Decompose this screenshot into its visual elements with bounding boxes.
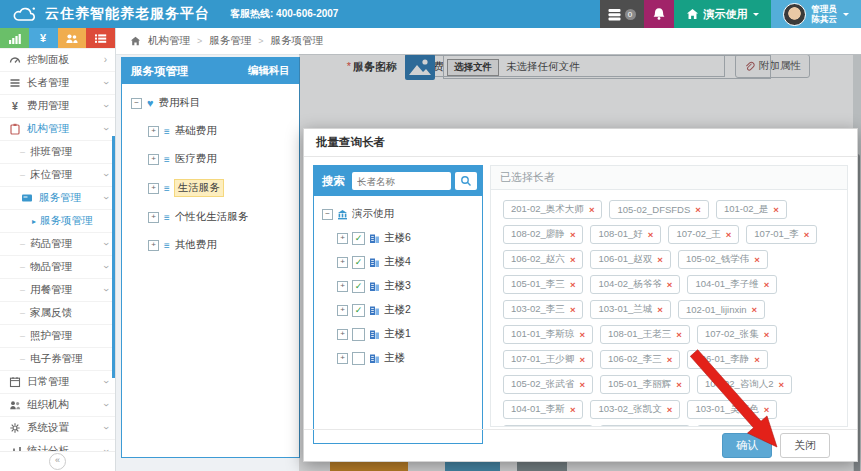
tree-node-label: 主楼4 [384,255,411,269]
user-menu[interactable]: 管理员 陈其云 [771,0,861,28]
building-tree-node[interactable]: 主楼3 [337,279,474,293]
checkbox[interactable] [352,304,365,317]
tree-node[interactable]: 生活服务 [148,180,290,196]
remove-tag-icon[interactable] [779,379,785,390]
remove-tag-icon[interactable] [667,354,673,365]
remove-tag-icon[interactable] [570,254,576,265]
remove-tag-icon[interactable] [764,279,770,290]
breadcrumb-item[interactable]: 服务管理 [209,34,251,48]
building-tree-node[interactable]: 主楼 [337,351,474,365]
task-list-button[interactable]: 0 [600,0,644,28]
breadcrumb-separator: > [197,36,202,46]
remove-tag-icon[interactable] [570,304,576,315]
remove-tag-icon[interactable] [764,404,770,415]
building-tree-node[interactable]: 主楼6 [337,231,474,245]
signal-chart-icon[interactable] [0,28,29,48]
expand-node-icon[interactable] [337,281,348,292]
remove-tag-icon[interactable] [579,354,585,365]
building-tree-node[interactable]: 主楼2 [337,303,474,317]
tree-node[interactable]: 医疗费用 [148,152,290,166]
expand-node-icon[interactable] [148,126,159,137]
list-icon[interactable] [86,28,115,48]
sidebar-item-system-settings[interactable]: 系统设置 [0,416,115,439]
sidebar-item-dashboard[interactable]: 控制面板 [0,48,115,71]
remove-tag-icon[interactable] [754,354,760,365]
sidebar-item-daily-mgmt[interactable]: 日常管理 [0,370,115,393]
sidebar-item-care-mgmt[interactable]: 照护管理 [0,324,115,347]
search-button[interactable] [455,172,477,190]
expand-node-icon[interactable] [337,329,348,340]
remove-tag-icon[interactable] [726,229,732,240]
building-tree-node[interactable]: 主楼1 [337,327,474,341]
checkbox[interactable] [352,232,365,245]
sidebar-item-evoucher-mgmt[interactable]: 电子券管理 [0,347,115,370]
sidebar-item-label: 组织机构 [27,398,69,412]
expand-node-icon[interactable] [337,257,348,268]
remove-tag-icon[interactable] [676,329,682,340]
remove-tag-icon[interactable] [773,204,779,215]
edit-subject-button[interactable]: 编辑科目 [248,64,290,78]
sidebar-item-organization[interactable]: 组织机构 [0,393,115,416]
checkbox[interactable] [352,280,365,293]
remove-tag-icon[interactable] [667,279,673,290]
checkbox[interactable] [352,256,365,269]
sidebar-item-meal-mgmt[interactable]: 用餐管理 [0,278,115,301]
sidebar-item-elder-mgmt[interactable]: 长者管理 [0,71,115,94]
expand-node-icon[interactable] [337,233,348,244]
remove-tag-icon[interactable] [667,404,673,415]
remove-tag-icon[interactable] [570,279,576,290]
elder-name-search-input[interactable] [352,172,451,190]
remove-tag-icon[interactable] [804,229,810,240]
collapse-node-icon[interactable] [131,98,142,109]
notifications-button[interactable] [644,0,674,28]
breadcrumb-item[interactable]: 服务项管理 [271,34,324,48]
checkbox[interactable] [352,328,365,341]
expand-node-icon[interactable] [337,353,348,364]
sidebar-item-fee-mgmt[interactable]: ¥ 费用管理 [0,94,115,117]
remove-tag-icon[interactable] [752,304,758,315]
users-icon[interactable] [58,28,87,48]
remove-tag-icon[interactable] [657,304,663,315]
remove-tag-icon[interactable] [764,329,770,340]
tree-node-root[interactable]: 费用科目 [131,96,290,110]
sidebar-item-shift-mgmt[interactable]: 排班管理 [0,140,115,163]
expand-node-icon[interactable] [148,183,159,194]
tree-node[interactable]: 其他费用 [148,238,290,252]
remove-tag-icon[interactable] [570,229,576,240]
expand-node-icon[interactable] [337,305,348,316]
sidebar-item-family-feedback[interactable]: 家属反馈 [0,301,115,324]
tree-node[interactable]: 基础费用 [148,124,290,138]
environment-switch-button[interactable]: 演示使用 [674,0,771,28]
confirm-button[interactable]: 确认 [722,433,772,458]
sidebar-item-org-mgmt[interactable]: 机构管理 [0,117,115,140]
expand-node-icon[interactable] [148,212,159,223]
expand-node-icon[interactable] [148,154,159,165]
sidebar-item-goods-mgmt[interactable]: 物品管理 [0,255,115,278]
sidebar-item-service-mgmt[interactable]: 服务管理 [0,186,115,209]
caret-down-icon [843,13,849,19]
tree-node[interactable]: 个性化生活服务 [148,210,290,224]
building-tree-node[interactable]: 主楼4 [337,255,474,269]
close-button[interactable]: 关闭 [780,433,830,458]
sidebar-item-medicine-mgmt[interactable]: 药品管理 [0,232,115,255]
sidebar-collapse-button[interactable] [49,453,66,470]
expand-node-icon[interactable] [148,240,159,251]
elder-tag-label: 107-02_王 [676,228,720,241]
checkbox[interactable] [352,352,365,365]
breadcrumb-item[interactable]: 机构管理 [148,34,190,48]
remove-tag-icon[interactable] [589,204,595,215]
remove-tag-icon[interactable] [579,329,585,340]
remove-tag-icon[interactable] [579,379,585,390]
sidebar-item-service-item-mgmt[interactable]: 服务项管理 [0,209,115,232]
remove-tag-icon[interactable] [648,229,654,240]
remove-tag-icon[interactable] [657,254,663,265]
collapse-node-icon[interactable] [322,209,333,220]
sidebar-item-bed-mgmt[interactable]: 床位管理 [0,163,115,186]
remove-tag-icon[interactable] [754,254,760,265]
remove-tag-icon[interactable] [695,204,701,215]
remove-tag-icon[interactable] [676,379,682,390]
yen-icon[interactable]: ¥ [29,28,58,48]
sidebar-item-label: 物品管理 [30,260,72,274]
remove-tag-icon[interactable] [570,404,576,415]
org-tree-root[interactable]: 演示使用 [322,207,474,221]
